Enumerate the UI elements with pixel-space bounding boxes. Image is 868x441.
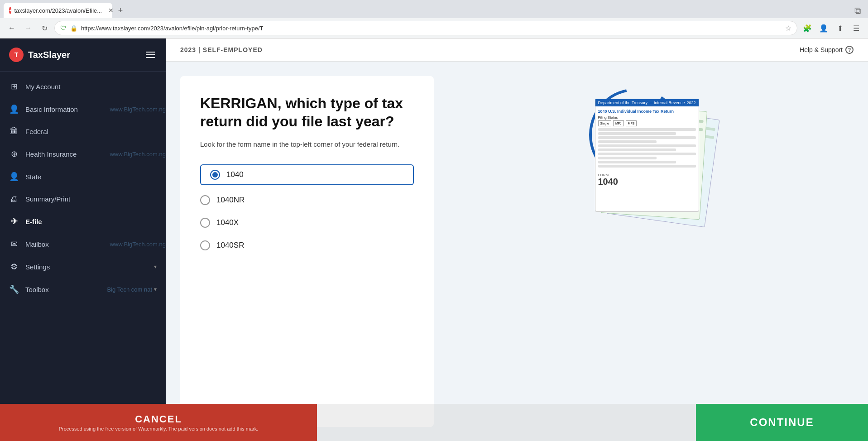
- help-icon: ?: [845, 46, 854, 54]
- shield-icon: 🛡: [60, 24, 67, 32]
- radio-option-1040[interactable]: 1040: [200, 164, 414, 185]
- cancel-text-area: CANCEL Processed using the free version …: [59, 413, 259, 431]
- restore-window-button[interactable]: ⧉: [854, 5, 861, 16]
- state-icon: 👤: [9, 172, 19, 182]
- watermark-notice: Processed using the free version of Wate…: [59, 426, 259, 431]
- sidebar-nav: ⊞ My Account 👤 Basic Information www.Big…: [0, 72, 166, 441]
- sidebar-item-label: Mailbox: [25, 240, 157, 248]
- form-number-1040: 1040: [598, 177, 619, 186]
- radio-label-1040SR: 1040SR: [216, 241, 244, 250]
- bottom-middle-section: [317, 404, 696, 441]
- sidebar-item-e-file[interactable]: ✈ E-file: [0, 210, 166, 233]
- sidebar-item-state[interactable]: 👤 State: [0, 165, 166, 188]
- form-lines: 1040 U.S. Individual Income Tax Return F…: [595, 106, 699, 189]
- address-bar[interactable]: 🛡 🔒 https://www.taxslayer.com/2023/avalo…: [54, 21, 797, 35]
- sidebar-header: T TaxSlayer: [0, 38, 166, 72]
- efile-icon: ✈: [9, 216, 19, 226]
- print-icon: 🖨: [9, 194, 19, 204]
- menu-toggle-button[interactable]: [144, 50, 157, 60]
- help-label: Help & Support: [800, 46, 843, 53]
- radio-label-1040NR: 1040NR: [216, 196, 245, 205]
- main-content: 2023 | SELF-EMPLOYED Help & Support ? KE…: [166, 38, 868, 441]
- sidebar-item-health-insurance[interactable]: ⊕ Health Insurance www.BigTech.com.ng: [0, 143, 166, 165]
- radio-input-1040SR[interactable]: [200, 240, 210, 250]
- radio-input-1040NR[interactable]: [200, 195, 210, 205]
- toolbox-chevron-icon: ▾: [154, 286, 157, 292]
- sidebar-item-label: State: [25, 173, 157, 181]
- content-header: 2023 | SELF-EMPLOYED Help & Support ?: [166, 38, 868, 62]
- radio-input-1040X[interactable]: [200, 218, 210, 228]
- form-illustration: Department of Treasury Department of Tre…: [577, 85, 722, 221]
- radio-option-1040X[interactable]: 1040X: [200, 215, 414, 230]
- continue-button[interactable]: CONTINUE: [750, 416, 814, 429]
- sidebar: T TaxSlayer ⊞ My Account 👤 Basic Informa…: [0, 38, 166, 441]
- health-icon: ⊕: [9, 149, 19, 159]
- browser-chrome: ● taxslayer.com/2023/avalon/Efile... ✕ +…: [0, 0, 868, 38]
- sidebar-item-mailbox[interactable]: ✉ Mailbox www.BigTech.com.ng: [0, 233, 166, 255]
- sidebar-item-label: Settings: [25, 263, 148, 271]
- form-1040-label: 1040 U.S. Individual Income Tax Return: [598, 109, 696, 114]
- bottom-bar: CANCEL Processed using the free version …: [0, 404, 868, 441]
- question-card: KERRIGAN, which type of tax return did y…: [180, 76, 434, 427]
- sidebar-item-label: Federal: [25, 128, 157, 135]
- tab-close-button[interactable]: ✕: [108, 7, 114, 14]
- active-tab[interactable]: ● taxslayer.com/2023/avalon/Efile... ✕: [4, 3, 112, 18]
- federal-icon: 🏛: [9, 127, 19, 136]
- form-department-label: Department of the Treasury — Internal Re…: [598, 101, 685, 105]
- nav-bar: ← → ↻ 🛡 🔒 https://www.taxslayer.com/2023…: [0, 18, 868, 38]
- nav-right-icons: 🧩 👤 ⬆ ☰: [801, 22, 863, 34]
- sidebar-logo: T TaxSlayer: [9, 48, 70, 62]
- sidebar-item-my-account[interactable]: ⊞ My Account: [0, 75, 166, 98]
- form-doc-main: Department of the Treasury — Internal Re…: [595, 99, 699, 212]
- tab-favicon: ●: [9, 7, 11, 14]
- mailbox-icon: ✉: [9, 239, 19, 249]
- dashboard-icon: ⊞: [9, 81, 19, 91]
- sidebar-item-settings[interactable]: ⚙ Settings ▾: [0, 255, 166, 278]
- menu-button[interactable]: ☰: [850, 22, 863, 34]
- help-support-link[interactable]: Help & Support ?: [800, 46, 854, 54]
- sidebar-item-label: Health Insurance: [25, 150, 157, 158]
- form-year-label: 2022: [686, 101, 695, 105]
- cancel-button[interactable]: CANCEL: [59, 413, 259, 425]
- radio-selected-indicator: [212, 172, 218, 177]
- radio-group: 1040 1040NR 1040X 1040SR: [200, 164, 414, 253]
- toolbox-icon: 🔧: [9, 284, 19, 294]
- sidebar-item-label: Summary/Print: [25, 195, 157, 203]
- question-subtitle: Look for the form name in the top-left c…: [200, 139, 414, 150]
- sidebar-item-label: E-file: [25, 218, 157, 225]
- reload-button[interactable]: ↻: [38, 22, 51, 34]
- form-filing-status: Filing Status: [598, 115, 696, 120]
- radio-label-1040: 1040: [226, 170, 244, 179]
- illustration-area: Department of Treasury Department of Tre…: [445, 76, 854, 427]
- radio-option-1040SR[interactable]: 1040SR: [200, 238, 414, 253]
- sidebar-item-toolbox[interactable]: 🔧 Toolbox ▾ Big Tech com nat: [0, 278, 166, 301]
- cancel-section[interactable]: CANCEL Processed using the free version …: [0, 404, 317, 441]
- radio-input-1040[interactable]: [210, 170, 220, 180]
- bookmark-icon[interactable]: ☆: [785, 24, 791, 33]
- sidebar-item-label: Toolbox: [25, 286, 148, 293]
- new-tab-button[interactable]: +: [114, 4, 127, 17]
- settings-icon: ⚙: [9, 262, 19, 272]
- person-icon: 👤: [9, 104, 19, 114]
- radio-label-1040X: 1040X: [216, 218, 239, 227]
- form-header: Department of the Treasury — Internal Re…: [595, 99, 699, 106]
- logo-text: TaxSlayer: [28, 50, 70, 60]
- back-button[interactable]: ←: [5, 22, 18, 34]
- tab-title: taxslayer.com/2023/avalon/Efile...: [14, 7, 102, 14]
- extensions-button[interactable]: 🧩: [801, 22, 814, 34]
- sidebar-item-label: My Account: [25, 83, 157, 91]
- tab-bar: ● taxslayer.com/2023/avalon/Efile... ✕ +…: [0, 0, 868, 18]
- address-text: https://www.taxslayer.com/2023/avalon/ef…: [81, 25, 782, 32]
- forward-button[interactable]: →: [22, 22, 34, 34]
- settings-chevron-icon: ▾: [154, 264, 157, 270]
- app-container: www.BigTech.com.ng www.BigTech.com.ng ww…: [0, 38, 868, 441]
- share-button[interactable]: ⬆: [834, 22, 846, 34]
- radio-option-1040NR[interactable]: 1040NR: [200, 192, 414, 208]
- continue-section[interactable]: CONTINUE: [696, 404, 868, 441]
- sidebar-item-summary-print[interactable]: 🖨 Summary/Print: [0, 188, 166, 210]
- sidebar-item-federal[interactable]: 🏛 Federal: [0, 120, 166, 143]
- sidebar-item-basic-information[interactable]: 👤 Basic Information www.BigTech.com.ng: [0, 98, 166, 120]
- content-body: KERRIGAN, which type of tax return did y…: [166, 62, 868, 441]
- account-button[interactable]: 👤: [817, 22, 830, 34]
- logo-icon: T: [9, 48, 24, 62]
